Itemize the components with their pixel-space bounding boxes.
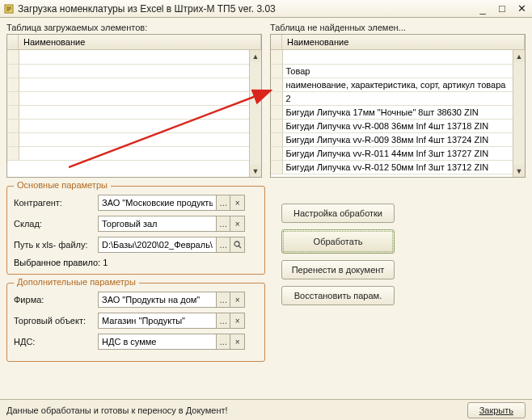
vat-field[interactable] bbox=[98, 334, 216, 350]
restore-button[interactable]: Восстановить парам. bbox=[281, 286, 395, 305]
right-table-label: Таблица не найденных элемен... bbox=[270, 23, 526, 32]
extra-params-group: Дополнительные параметры Фирма: … × Торг… bbox=[6, 283, 265, 362]
status-text: Данные обработаны и готовы к переносу в … bbox=[6, 405, 228, 415]
extra-params-legend: Дополнительные параметры bbox=[14, 277, 139, 287]
main-params-group: Основные параметры Контрагент: … × Склад… bbox=[6, 186, 265, 275]
table-row[interactable] bbox=[7, 146, 261, 160]
clear-button[interactable]: × bbox=[230, 216, 245, 232]
trade-object-field[interactable] bbox=[98, 313, 216, 329]
left-table-label: Таблица загружаемых элементов: bbox=[6, 23, 262, 32]
table-row[interactable]: Бигуди Липучка vv-R-011 44мм Inf 3шт 137… bbox=[271, 146, 525, 160]
select-button[interactable]: … bbox=[216, 313, 230, 329]
svg-line-3 bbox=[239, 246, 241, 248]
right-scrollbar[interactable]: ▲ ▼ bbox=[513, 50, 525, 177]
left-grid-header: Наименование bbox=[7, 35, 261, 50]
table-row[interactable] bbox=[7, 78, 261, 91]
main-params-legend: Основные параметры bbox=[14, 180, 111, 190]
xls-path-label: Путь к xls- файлу: bbox=[14, 240, 98, 250]
xls-path-field[interactable] bbox=[98, 237, 216, 253]
close-button[interactable]: Закрыть bbox=[467, 402, 526, 418]
right-grid-header: Наименование bbox=[271, 35, 525, 50]
table-row[interactable]: наименование, характеристика, сорт, арти… bbox=[271, 78, 525, 91]
select-button[interactable]: … bbox=[216, 237, 230, 253]
scroll-down-icon[interactable]: ▼ bbox=[250, 165, 261, 177]
table-row[interactable] bbox=[7, 105, 261, 119]
table-row[interactable] bbox=[7, 50, 261, 64]
close-window-button[interactable]: ✕ bbox=[514, 2, 529, 15]
process-button[interactable]: Обработать bbox=[281, 229, 395, 254]
scroll-up-icon[interactable]: ▲ bbox=[513, 50, 525, 62]
content-area: Таблица загружаемых элементов: Наименова… bbox=[0, 18, 532, 420]
firm-field[interactable] bbox=[98, 292, 216, 308]
counterparty-field[interactable] bbox=[98, 195, 216, 211]
select-button[interactable]: … bbox=[216, 334, 230, 350]
clear-button[interactable]: × bbox=[230, 292, 245, 308]
selected-rule-label: Выбранное правило: 1 bbox=[14, 258, 258, 267]
table-row[interactable] bbox=[271, 50, 525, 64]
left-grid[interactable]: Наименование ▲ ▼ bbox=[6, 34, 262, 178]
scroll-down-icon[interactable]: ▼ bbox=[513, 165, 525, 177]
table-row[interactable]: Товар bbox=[271, 64, 525, 78]
clear-button[interactable]: × bbox=[230, 313, 245, 329]
trade-object-label: Торговый объект: bbox=[14, 316, 98, 326]
transfer-button[interactable]: Перенести в документ bbox=[281, 260, 395, 279]
window-title: Загрузка номенклатуры из Excel в Штрих-М… bbox=[18, 3, 475, 15]
table-row[interactable] bbox=[7, 64, 261, 78]
select-button[interactable]: … bbox=[216, 292, 230, 308]
table-row[interactable]: Бигуди Липучка vv-R-008 36мм Inf 4шт 137… bbox=[271, 119, 525, 132]
counterparty-label: Контрагент: bbox=[14, 198, 98, 208]
table-row[interactable]: 2 bbox=[271, 91, 525, 105]
vat-label: НДС: bbox=[14, 337, 98, 346]
maximize-button[interactable]: □ bbox=[495, 2, 509, 15]
svg-point-2 bbox=[234, 242, 239, 246]
minimize-button[interactable]: _ bbox=[475, 2, 490, 15]
left-column: Таблица загружаемых элементов: Наименова… bbox=[6, 23, 262, 178]
right-column: Таблица не найденных элемен... Наименова… bbox=[270, 23, 526, 178]
left-grid-col-name[interactable]: Наименование bbox=[19, 35, 261, 49]
firm-label: Фирма: bbox=[14, 295, 98, 304]
statusbar: Данные обработаны и готовы к переносу в … bbox=[0, 399, 532, 420]
open-button[interactable] bbox=[230, 237, 245, 253]
right-grid[interactable]: Наименование Товарнаименование, характер… bbox=[270, 34, 526, 178]
warehouse-field[interactable] bbox=[98, 216, 216, 232]
select-button[interactable]: … bbox=[216, 216, 230, 232]
settings-button[interactable]: Настройка обработки bbox=[281, 204, 395, 223]
table-row[interactable] bbox=[7, 119, 261, 132]
scroll-up-icon[interactable]: ▲ bbox=[250, 50, 261, 62]
table-row[interactable] bbox=[7, 132, 261, 146]
left-scrollbar[interactable]: ▲ ▼ bbox=[249, 50, 261, 177]
right-grid-col-name[interactable]: Наименование bbox=[282, 35, 525, 49]
table-row[interactable]: Бигуди Липучка vv-R-009 38мм Inf 4шт 137… bbox=[271, 132, 525, 146]
table-row[interactable] bbox=[7, 91, 261, 105]
warehouse-label: Склад: bbox=[14, 219, 98, 229]
clear-button[interactable]: × bbox=[230, 334, 245, 350]
table-row[interactable]: Бигуди Липучка 17мм "Ночные" 8шт 38630 Z… bbox=[271, 105, 525, 119]
titlebar: Загрузка номенклатуры из Excel в Штрих-М… bbox=[0, 0, 532, 18]
app-icon bbox=[3, 3, 15, 15]
clear-button[interactable]: × bbox=[230, 195, 245, 211]
table-row[interactable]: Бигуди Липучка vv-R-012 50мм Inf 3шт 137… bbox=[271, 160, 525, 174]
select-button[interactable]: … bbox=[216, 195, 230, 211]
